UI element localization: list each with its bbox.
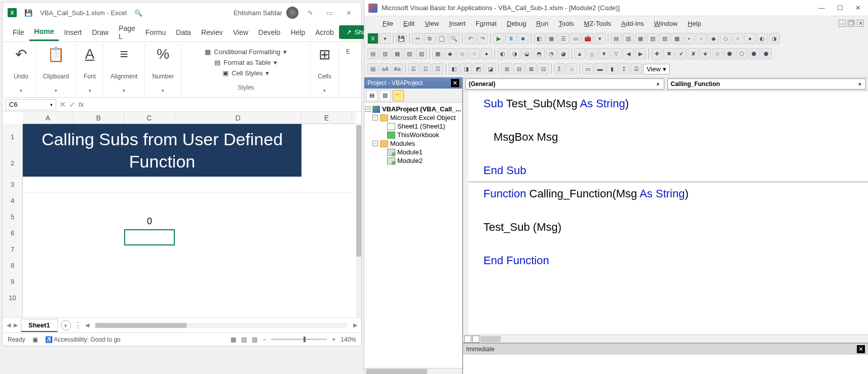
sheet-tabs-menu-icon[interactable]: ⋮ [74,320,82,330]
tb2-12-icon[interactable]: ◑ [509,48,520,59]
row-header-10[interactable]: 10 [3,290,22,306]
mdi-minimize-icon[interactable]: – [839,20,846,27]
tb-cut-icon[interactable]: ✂ [412,33,423,44]
close-immediate-icon[interactable]: ✕ [857,345,865,353]
tab-draw[interactable]: Draw [87,24,114,40]
tab-data[interactable]: Data [171,24,196,40]
macro-recorder-icon[interactable]: ▣ [32,336,38,343]
close-icon[interactable]: ✕ [852,3,864,13]
tb2-28-icon[interactable]: ☆ [712,48,723,59]
tb3-6-icon[interactable]: ☴ [432,63,443,74]
row-header-9[interactable]: 9 [3,274,22,290]
menu-help[interactable]: Help [684,18,705,29]
tb3-20-icon[interactable]: Σ [619,63,630,74]
cancel-formula-icon[interactable]: ✕ [59,100,66,109]
tb-save-icon[interactable]: 💾 [396,33,407,44]
tb2-9-icon[interactable]: ○ [469,48,480,59]
accessibility-status[interactable]: ♿ Accessibility: Good to go [45,336,121,343]
tb2-17-icon[interactable]: ▲ [574,48,585,59]
tree-thisworkbook[interactable]: ThisWorkbook [365,131,461,139]
tb2-24-icon[interactable]: ✖ [663,48,674,59]
tree-module1[interactable]: Module1 [365,148,461,156]
tb-design-icon[interactable]: ◧ [534,33,545,44]
tb3-14-icon[interactable]: ⊡ [538,63,549,74]
view-dropdown[interactable]: View▾ [643,64,670,74]
tb2-19-icon[interactable]: ▼ [598,48,610,59]
row-header-7[interactable]: 7 [3,241,22,258]
menu-file[interactable]: FFileile [379,18,397,29]
tb2-27-icon[interactable]: ★ [700,48,711,59]
minimize-icon[interactable]: — [815,3,828,13]
menu-edit[interactable]: Edit [399,18,419,29]
zoom-slider[interactable] [271,339,327,340]
sheet-nav-prev-icon[interactable]: ◀ [7,322,11,328]
menu-format[interactable]: Format [472,18,501,29]
conditional-formatting-button[interactable]: ▦Conditional Formatting ▾ [205,48,287,56]
tab-acrobat[interactable]: Acrob [310,24,339,40]
row-header-8[interactable]: 8 [3,258,22,274]
zoom-in-icon[interactable]: + [332,336,335,343]
tb2-2-icon[interactable]: ▥ [380,48,391,59]
tb-mz1-icon[interactable]: ▤ [611,33,622,44]
tb-mz4-icon[interactable]: ▧ [647,33,658,44]
tb-mz14-icon[interactable]: ◑ [769,33,780,44]
tb3-15-icon[interactable]: Σ [554,63,565,74]
tab-pagelayout[interactable]: Page L [114,20,140,45]
tb-object-browser-icon[interactable]: ▭ [570,33,581,44]
tb2-32-icon[interactable]: ⬣ [761,48,772,59]
tb-mz11-icon[interactable]: ○ [732,33,743,44]
tab-formulas[interactable]: Formu [140,24,171,40]
menu-debug[interactable]: Debug [503,18,530,29]
spreadsheet-grid[interactable]: A B C D E 1 2 3 4 5 6 7 8 9 10 Calling S… [3,112,361,317]
view-code-icon[interactable]: ▤ [366,90,378,101]
tb-insert-module-icon[interactable]: ▾ [380,33,391,44]
scrollbar-thumb[interactable] [366,369,427,374]
tree-excel-objects[interactable]: −Microsoft Excel Object [365,113,461,122]
project-hscrollbar[interactable] [364,368,462,374]
tab-file[interactable]: File [8,24,29,40]
tb2-26-icon[interactable]: ✘ [688,48,699,59]
code-hscroll-track[interactable] [480,336,501,342]
code-editor[interactable]: Sub Test_Sub(Msg As String) MsgBox Msg E… [463,91,868,335]
sheet-nav-next-icon[interactable]: ▶ [14,322,18,328]
collapse-icon[interactable]: − [372,115,378,120]
tb2-6-icon[interactable]: ▩ [432,48,443,59]
group-font[interactable]: AFont▾ [77,44,103,95]
tb2-18-icon[interactable]: △ [586,48,597,59]
tb-mz6-icon[interactable]: ▩ [671,33,683,44]
menu-window[interactable]: Window [650,18,682,29]
tb-excel-icon[interactable]: X [367,33,379,44]
vba-sys-icon[interactable] [368,19,376,27]
tb2-20-icon[interactable]: ▽ [611,48,622,59]
group-editing[interactable]: E [339,44,357,95]
tb2-21-icon[interactable]: ◀ [623,48,634,59]
object-dropdown[interactable]: (General)▼ [465,78,664,90]
tb2-25-icon[interactable]: ✔ [675,48,687,59]
sheet-tab-sheet1[interactable]: Sheet1 [21,319,58,332]
tb-mz9-icon[interactable]: ◆ [708,33,719,44]
tb-mz3-icon[interactable]: ▦ [635,33,646,44]
procedure-dropdown[interactable]: Calling_Function▼ [667,78,866,90]
tb-undo-icon[interactable]: ↶ [465,33,476,44]
tree-module2[interactable]: Module2 [365,156,461,165]
cell-styles-button[interactable]: ▣Cell Styles ▾ [222,69,269,77]
tb2-4-icon[interactable]: ▧ [404,48,415,59]
vertical-scrollbar[interactable] [356,124,361,317]
immediate-input[interactable] [463,355,868,374]
format-as-table-button[interactable]: ▤Format as Table ▾ [214,59,277,66]
name-box[interactable]: C6▾ [6,99,56,110]
row-header-2[interactable]: 2 [3,150,22,177]
tb-redo-icon[interactable]: ↷ [477,33,488,44]
toggle-folders-icon[interactable]: 📁 [393,90,404,101]
hscroll-right-icon[interactable]: ▶ [353,322,357,328]
avatar[interactable] [286,7,298,19]
tb-paste-icon[interactable]: 📋 [436,33,447,44]
tb-run-icon[interactable]: ▶ [493,33,504,44]
tab-view[interactable]: View [228,24,253,40]
mdi-close-icon[interactable]: ✕ [857,20,864,27]
tab-help[interactable]: Help [285,24,310,40]
cell-c6-active[interactable] [124,229,175,245]
tb2-30-icon[interactable]: ⬠ [736,48,747,59]
col-header-c[interactable]: C [124,112,175,123]
tb-toolbox-icon[interactable]: 🧰 [582,33,593,44]
